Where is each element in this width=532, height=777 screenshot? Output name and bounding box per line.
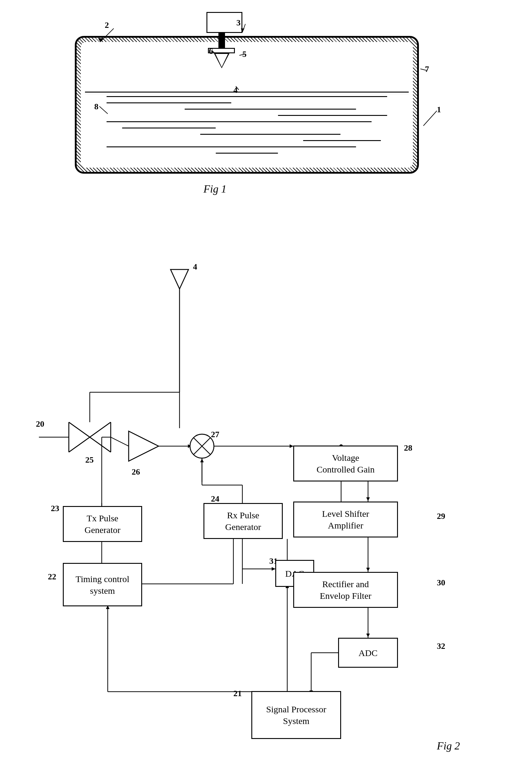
svg-line-21 [111,437,129,446]
svg-line-13 [69,422,111,452]
svg-marker-30 [290,444,293,448]
adc-block: ADC [338,638,398,668]
label-fig2-27: 27 [211,430,219,439]
label-4: 4 [233,85,238,95]
fig2-caption: Fig 2 [437,740,460,752]
adc-label: ADC [359,647,377,659]
label-1: 1 [437,105,441,114]
level-shifter-block: Level ShifterAmplifier [293,502,398,538]
label-8: 8 [94,102,99,111]
label-fig2-24: 24 [211,494,219,504]
timing-control-block: Timing controlsystem [63,563,142,606]
svg-marker-10 [170,269,188,289]
tank-inner [81,42,413,168]
svg-line-2 [242,24,245,32]
label-fig2-23: 23 [51,504,59,513]
figure-1: 2 3 6 5 7 4 1 8 Fig 1 [45,12,464,198]
figure-2: 4 20 25 26 27 28 29 30 31 32 24 23 22 21… [24,245,518,755]
svg-marker-49 [366,634,370,637]
svg-marker-20 [129,431,159,461]
vcg-label: VoltageControlled Gain [316,452,375,475]
label-5: 5 [242,49,247,59]
label-7: 7 [425,65,429,74]
label-fig2-32: 32 [437,641,445,651]
label-fig2-4: 4 [193,262,197,271]
level-shifter-label: Level ShifterAmplifier [322,508,369,531]
label-2: 2 [105,20,109,30]
label-6: 6 [209,46,213,56]
svg-line-25 [193,438,210,454]
svg-line-12 [69,422,111,452]
tx-pulse-generator-block: Tx PulseGenerator [63,506,142,542]
tank-outer [75,36,419,174]
liquid-lines [91,96,403,160]
liquid-surface [85,92,409,95]
label-fig2-30: 30 [437,578,445,587]
svg-line-26 [193,438,210,454]
signal-processor-label: Signal ProcessorSystem [266,703,326,727]
label-fig2-21: 21 [233,689,242,698]
liquid-area [85,92,409,163]
rectifier-label: Rectifier andEnvelop Filter [320,578,371,601]
label-fig2-26: 26 [132,467,140,477]
label-fig2-22: 22 [48,572,56,581]
svg-marker-45 [366,497,370,501]
signal-processor-block: Signal ProcessorSystem [251,691,341,739]
rectifier-block: Rectifier andEnvelop Filter [293,572,398,608]
svg-marker-47 [366,568,370,571]
tx-pulse-generator-label: Tx PulseGenerator [85,512,121,536]
svg-line-5 [423,111,437,126]
label-3: 3 [236,18,241,27]
label-fig2-25: 25 [85,455,94,465]
svg-marker-28 [200,459,204,462]
rx-pulse-generator-block: Rx PulseGenerator [204,503,283,539]
label-fig2-29: 29 [437,512,445,521]
transducer-cone-inner [216,54,228,67]
rx-pulse-generator-label: Rx PulseGenerator [225,509,261,533]
svg-marker-43 [272,567,275,571]
timing-control-label: Timing controlsystem [76,573,130,596]
svg-marker-23 [188,444,191,448]
label-fig2-20: 20 [36,419,44,429]
fig1-caption: Fig 1 [204,183,227,195]
vcg-block: VoltageControlled Gain [293,446,398,481]
fig2-wiring [24,245,518,755]
label-fig2-28: 28 [404,443,412,453]
svg-point-24 [190,434,214,458]
